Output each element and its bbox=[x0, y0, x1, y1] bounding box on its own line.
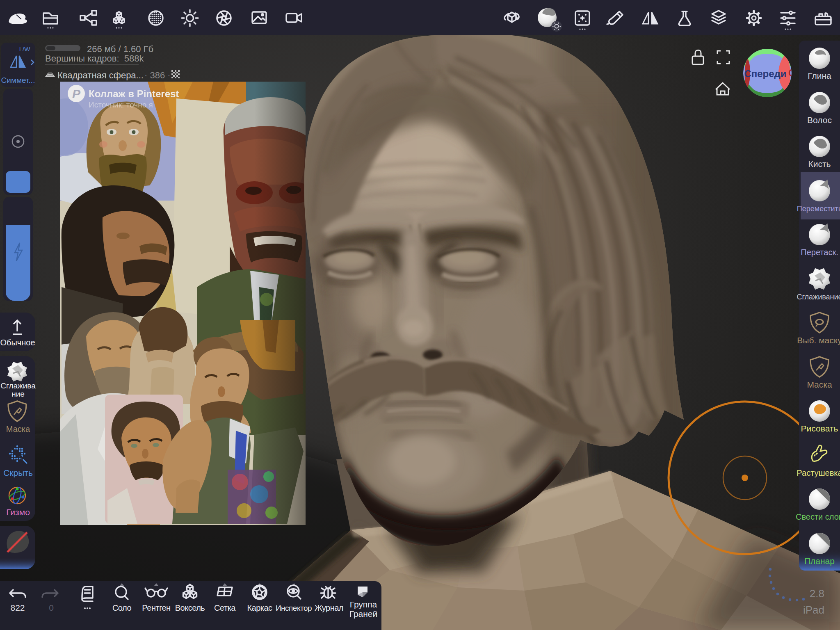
svg-text:Кисть: Кисть bbox=[808, 159, 831, 169]
svg-text:Группа: Группа bbox=[350, 600, 377, 609]
svg-text:Гизмо: Гизмо bbox=[6, 507, 30, 517]
svg-text:266 мб / 1.60 Гб: 266 мб / 1.60 Гб bbox=[87, 44, 153, 54]
svg-text:Планар: Планар bbox=[804, 556, 835, 566]
svg-text:Граней: Граней bbox=[349, 609, 378, 619]
svg-text:Симмет...: Симмет... bbox=[1, 76, 35, 84]
svg-text:Спереди: Спереди bbox=[744, 68, 786, 79]
svg-text:Маска: Маска bbox=[807, 380, 832, 389]
svg-text:Журнал: Журнал bbox=[315, 603, 343, 612]
svg-text:Переместить: Переместить bbox=[797, 205, 840, 213]
svg-text:Сетка: Сетка bbox=[214, 603, 236, 612]
svg-text:Воксель: Воксель bbox=[175, 603, 205, 612]
svg-text:Квадратная сфера...: Квадратная сфера... bbox=[57, 70, 144, 80]
svg-text:L/W: L/W bbox=[19, 46, 31, 52]
svg-text:Перетаск.: Перетаск. bbox=[801, 248, 838, 257]
svg-text:0: 0 bbox=[49, 603, 54, 612]
svg-text:Глина: Глина bbox=[808, 71, 831, 80]
svg-text:Волос: Волос bbox=[807, 115, 832, 125]
svg-text:Растушевка: Растушевка bbox=[797, 468, 840, 477]
svg-text:Сглажива: Сглажива bbox=[0, 381, 36, 390]
svg-text:Сглаживание: Сглаживание bbox=[797, 293, 840, 301]
svg-text:Рентген: Рентген bbox=[142, 603, 170, 612]
svg-text:· 386 ·: · 386 · bbox=[144, 70, 171, 80]
svg-text:Маска: Маска bbox=[6, 425, 30, 434]
svg-text:Инспектор: Инспектор bbox=[276, 604, 312, 612]
svg-text:822: 822 bbox=[10, 603, 25, 612]
svg-text:Выб. маску: Выб. маску bbox=[797, 336, 840, 345]
svg-text:Соло: Соло bbox=[112, 603, 132, 612]
svg-text:iPad: iPad bbox=[803, 604, 824, 616]
svg-text:Скрыть: Скрыть bbox=[3, 468, 33, 477]
svg-text:Свести слои: Свести слои bbox=[796, 512, 840, 521]
svg-text:Вершины кадров: 588k: Вершины кадров: 588k bbox=[45, 53, 144, 64]
svg-text:2.8: 2.8 bbox=[810, 587, 824, 600]
svg-text:ние: ние bbox=[11, 390, 25, 398]
svg-text:Рисовать: Рисовать bbox=[801, 424, 838, 433]
svg-text:Каркас: Каркас bbox=[247, 603, 272, 612]
svg-text:Обычное: Обычное bbox=[0, 338, 35, 347]
